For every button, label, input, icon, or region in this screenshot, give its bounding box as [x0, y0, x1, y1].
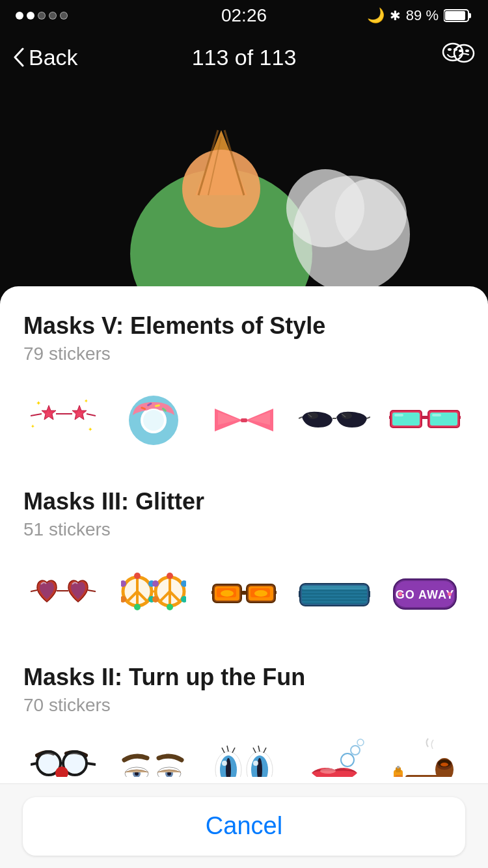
pack-iii-stickers: GO AWAY: [23, 558, 465, 630]
svg-rect-58: [432, 414, 441, 416]
svg-point-73: [134, 604, 141, 610]
svg-rect-94: [211, 591, 213, 594]
svg-line-26: [87, 414, 96, 416]
svg-rect-93: [241, 591, 247, 595]
nav-bar: Back 113 of 113: [0, 29, 488, 86]
svg-rect-54: [422, 416, 428, 419]
sticker-item[interactable]: [114, 558, 193, 630]
svg-point-142: [357, 739, 364, 746]
svg-line-45: [367, 417, 370, 418]
svg-point-128: [222, 761, 227, 766]
signal-dot-4: [49, 12, 57, 20]
svg-point-143: [344, 756, 347, 759]
svg-text:✦: ✦: [88, 426, 93, 433]
sticker-item[interactable]: [204, 734, 283, 777]
svg-point-110: [448, 592, 452, 596]
signal-dot-5: [60, 12, 68, 20]
svg-line-118: [87, 763, 96, 765]
pack-masks-iii: Masks III: Glitter 51 stickers: [23, 488, 465, 630]
masks-icon[interactable]: [441, 39, 475, 75]
nav-title: 113 of 113: [192, 45, 297, 70]
pack-iii-title: Masks III: Glitter: [23, 488, 465, 515]
svg-text:GO AWAY: GO AWAY: [396, 588, 455, 601]
pack-ii-count: 70 stickers: [23, 695, 465, 716]
svg-line-27: [31, 414, 42, 416]
svg-line-44: [299, 417, 302, 418]
svg-point-140: [341, 753, 354, 766]
pack-ii-title: Masks II: Turn up the Fun: [23, 664, 465, 691]
svg-rect-11: [468, 13, 471, 18]
svg-point-79: [167, 604, 173, 610]
svg-line-117: [31, 763, 37, 765]
pack-masks-v: Masks V: Elements of Style 79 stickers ✦…: [23, 312, 465, 454]
svg-text:✦: ✦: [31, 424, 35, 429]
svg-point-37: [143, 410, 164, 431]
svg-rect-55: [389, 416, 390, 419]
svg-rect-40: [241, 418, 247, 422]
svg-point-80: [152, 580, 159, 587]
bluetooth-icon: ✱: [390, 8, 401, 23]
sticker-item[interactable]: [295, 734, 374, 777]
pack-iii-count: 51 stickers: [23, 519, 465, 540]
sticker-item[interactable]: [23, 734, 102, 777]
svg-point-91: [221, 590, 234, 597]
sticker-item[interactable]: [295, 383, 374, 454]
sticker-item[interactable]: [204, 558, 283, 630]
sticker-item[interactable]: [114, 734, 193, 777]
pack-v-title: Masks V: Elements of Style: [23, 312, 465, 340]
svg-rect-152: [397, 766, 400, 768]
sticker-item[interactable]: GO AWAY: [386, 558, 465, 630]
svg-point-46: [308, 413, 318, 419]
svg-point-78: [167, 573, 173, 579]
svg-point-47: [342, 413, 352, 419]
battery-percent: 89 %: [406, 7, 439, 24]
svg-point-149: [441, 763, 448, 766]
pack-ii-stickers: [23, 734, 465, 777]
battery-icon: [444, 8, 472, 23]
signal-dot-1: [16, 12, 23, 20]
svg-point-144: [353, 748, 355, 750]
svg-rect-12: [445, 11, 465, 20]
status-time: 02:26: [221, 5, 267, 26]
svg-text:✦: ✦: [84, 398, 88, 404]
back-label: Back: [29, 45, 78, 70]
sticker-item[interactable]: ✦ ✦ ✦ ✦: [23, 383, 102, 454]
sticker-sheet: Masks V: Elements of Style 79 stickers ✦…: [0, 286, 488, 868]
svg-point-82: [152, 596, 159, 603]
svg-point-141: [351, 746, 360, 755]
sticker-item[interactable]: [386, 383, 465, 454]
svg-point-139: [320, 768, 336, 774]
svg-point-109: [398, 592, 402, 596]
svg-rect-104: [299, 591, 300, 597]
svg-rect-105: [369, 591, 370, 597]
pack-v-stickers: ✦ ✦ ✦ ✦: [23, 383, 465, 454]
svg-rect-95: [275, 591, 277, 594]
sticker-item[interactable]: [23, 558, 102, 630]
svg-rect-103: [302, 586, 367, 590]
pack-v-count: 79 stickers: [23, 344, 465, 364]
sheet-scroll-content[interactable]: Masks V: Elements of Style 79 stickers ✦…: [0, 286, 488, 777]
svg-line-131: [232, 748, 235, 753]
svg-point-135: [253, 761, 258, 766]
svg-point-18: [465, 49, 469, 52]
back-button[interactable]: Back: [13, 45, 78, 70]
signal-indicators: [16, 12, 68, 20]
sticker-item[interactable]: [295, 558, 374, 630]
sticker-item[interactable]: [114, 383, 193, 454]
svg-line-60: [31, 590, 37, 591]
cancel-bar: Cancel: [0, 783, 488, 868]
status-bar: 02:26 🌙 ✱ 89 %: [0, 0, 488, 29]
svg-rect-153: [395, 775, 403, 777]
svg-point-3: [182, 150, 260, 228]
chevron-left-icon: [13, 47, 25, 67]
moon-icon: 🌙: [367, 7, 385, 24]
status-right: 🌙 ✱ 89 %: [367, 7, 472, 24]
svg-rect-145: [405, 775, 441, 777]
sticker-item[interactable]: [204, 383, 283, 454]
svg-point-92: [254, 590, 267, 597]
svg-line-61: [88, 590, 96, 591]
svg-point-9: [335, 179, 407, 251]
cancel-button[interactable]: Cancel: [23, 797, 465, 856]
sticker-item[interactable]: [386, 734, 465, 777]
svg-rect-57: [394, 414, 403, 416]
